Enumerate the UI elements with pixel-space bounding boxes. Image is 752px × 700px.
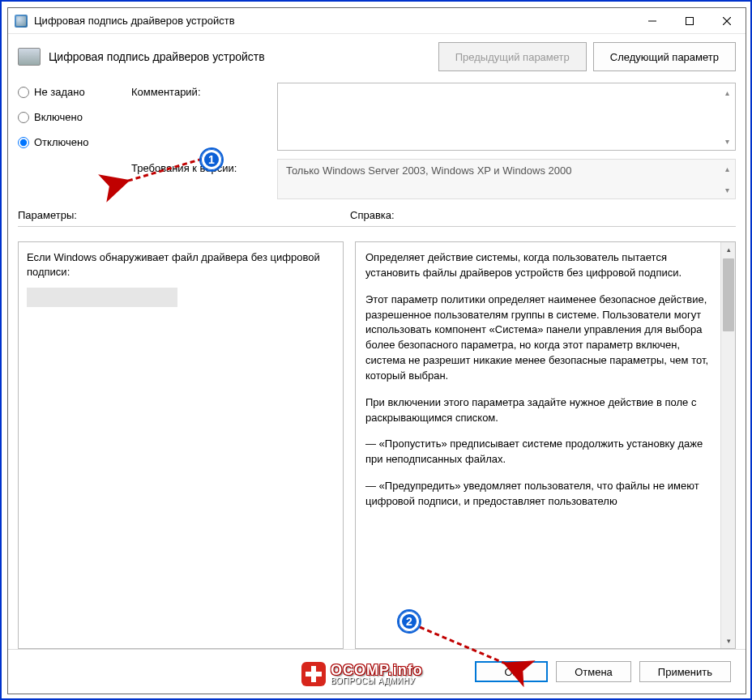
help-p1: Определяет действие системы, когда польз… xyxy=(365,250,711,281)
action-dropdown[interactable] xyxy=(27,288,177,307)
radio-not-configured-input[interactable] xyxy=(18,87,29,98)
window-title: Цифровая подпись драйверов устройств xyxy=(34,15,634,27)
radio-enabled[interactable]: Включено xyxy=(18,111,123,123)
version-value: Только Windows Server 2003, Windows XP и… xyxy=(286,164,572,177)
close-button[interactable] xyxy=(708,9,746,33)
version-scroll-down[interactable]: ▾ xyxy=(720,182,733,197)
next-setting-button[interactable]: Следующий параметр xyxy=(593,42,736,71)
radio-disabled-label: Отключено xyxy=(34,136,88,148)
help-p4: — «Пропустить» предписывает системе прод… xyxy=(365,437,711,467)
policy-title: Цифровая подпись драйверов устройств xyxy=(49,50,430,63)
help-p5: — «Предупредить» уведомляет пользователя… xyxy=(365,479,711,510)
help-panel: Определяет действие системы, когда польз… xyxy=(355,241,736,649)
comment-scroll-down[interactable]: ▾ xyxy=(720,134,733,148)
dialog-footer: ОК Отмена Применить xyxy=(8,649,746,694)
version-scroll-up[interactable]: ▴ xyxy=(720,161,733,176)
maximize-button[interactable] xyxy=(671,9,708,33)
apply-button[interactable]: Применить xyxy=(639,661,731,682)
radio-disabled[interactable]: Отключено xyxy=(18,136,123,148)
radio-enabled-input[interactable] xyxy=(18,112,29,123)
radio-not-configured[interactable]: Не задано xyxy=(18,86,123,98)
options-heading: Параметры: xyxy=(18,209,350,221)
minimize-button[interactable] xyxy=(634,9,671,33)
comment-label: Комментарий: xyxy=(131,83,269,98)
dialog-window: Цифровая подпись драйверов устройств Циф… xyxy=(7,7,746,694)
policy-icon xyxy=(18,48,41,66)
version-label: Требования к версии: xyxy=(131,159,269,174)
help-p3: При включении этого параметра задайте ну… xyxy=(365,395,711,426)
previous-setting-button[interactable]: Предыдущий параметр xyxy=(438,42,587,71)
help-heading: Справка: xyxy=(350,209,736,221)
options-panel: Если Windows обнаруживает файл драйвера … xyxy=(18,241,344,649)
help-scroll-thumb[interactable] xyxy=(723,258,734,331)
cancel-button[interactable]: Отмена xyxy=(556,661,631,682)
help-scrollbar[interactable]: ▴ ▾ xyxy=(720,242,735,648)
radio-not-configured-label: Не задано xyxy=(34,86,85,98)
radio-disabled-input[interactable] xyxy=(18,137,29,148)
help-scroll-down-icon[interactable]: ▾ xyxy=(721,634,736,648)
titlebar: Цифровая подпись драйверов устройств xyxy=(8,8,746,34)
svg-rect-1 xyxy=(686,17,694,24)
comment-textarea[interactable]: ▴ ▾ xyxy=(277,83,736,151)
help-p2: Этот параметр политики определяет наимен… xyxy=(365,292,711,384)
version-box: Только Windows Server 2003, Windows XP и… xyxy=(277,159,736,199)
ok-button[interactable]: ОК xyxy=(475,661,548,682)
comment-scroll-up[interactable]: ▴ xyxy=(720,85,733,100)
app-icon xyxy=(15,15,28,28)
help-text: Определяет действие системы, когда польз… xyxy=(356,242,720,648)
option-description: Если Windows обнаруживает файл драйвера … xyxy=(27,250,335,280)
help-scroll-up-icon[interactable]: ▴ xyxy=(721,242,736,257)
radio-enabled-label: Включено xyxy=(34,111,83,123)
